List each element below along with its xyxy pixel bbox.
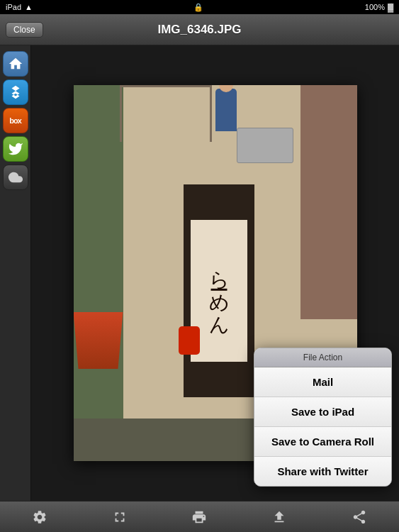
sidebar: box xyxy=(0,45,31,501)
status-bar: iPad ▲ 🔒 100% ▓ xyxy=(0,0,399,14)
title-bar: Close IMG_6346.JPG xyxy=(0,14,399,45)
battery-icon: ▓ xyxy=(388,3,393,11)
share-twitter-button[interactable]: Share with Twitter xyxy=(254,457,391,486)
box-label: box xyxy=(9,116,21,125)
bird-icon xyxy=(8,141,23,157)
mail-button[interactable]: Mail xyxy=(254,367,391,397)
dropbox-icon xyxy=(8,84,23,100)
battery-label: 100% xyxy=(365,3,385,11)
bottom-toolbar xyxy=(0,501,399,532)
page-title: IMG_6346.JPG xyxy=(157,23,241,37)
action-button[interactable] xyxy=(347,504,372,530)
expand-icon xyxy=(112,509,128,525)
close-button[interactable]: Close xyxy=(6,22,43,38)
gear-icon xyxy=(32,509,47,525)
home-icon xyxy=(8,56,23,72)
sidebar-item-home[interactable] xyxy=(3,51,28,77)
wifi-icon: ▲ xyxy=(25,3,33,11)
sidebar-item-dropbox[interactable] xyxy=(3,79,28,105)
sidebar-item-cloud[interactable] xyxy=(3,165,28,190)
print-icon xyxy=(191,509,207,525)
share-icon xyxy=(352,509,367,525)
carrier-label: iPad xyxy=(6,3,21,11)
upload-icon xyxy=(271,509,287,525)
main-layout: box xyxy=(0,45,399,501)
content-area: らーめん File Action Mail Save to iPad Save … xyxy=(31,45,399,501)
expand-button[interactable] xyxy=(107,504,133,530)
print-button[interactable] xyxy=(186,504,212,530)
save-camera-roll-button[interactable]: Save to Camera Roll xyxy=(254,427,391,457)
popup-header: File Action xyxy=(254,348,391,367)
lock-icon: 🔒 xyxy=(193,3,203,12)
save-ipad-button[interactable]: Save to iPad xyxy=(254,397,391,427)
cloud-icon xyxy=(8,170,23,185)
sidebar-item-box[interactable]: box xyxy=(3,108,28,133)
sidebar-item-bird[interactable] xyxy=(3,136,28,162)
settings-button[interactable] xyxy=(27,504,52,530)
share-button[interactable] xyxy=(266,504,292,530)
file-action-popup: File Action Mail Save to iPad Save to Ca… xyxy=(254,348,392,487)
